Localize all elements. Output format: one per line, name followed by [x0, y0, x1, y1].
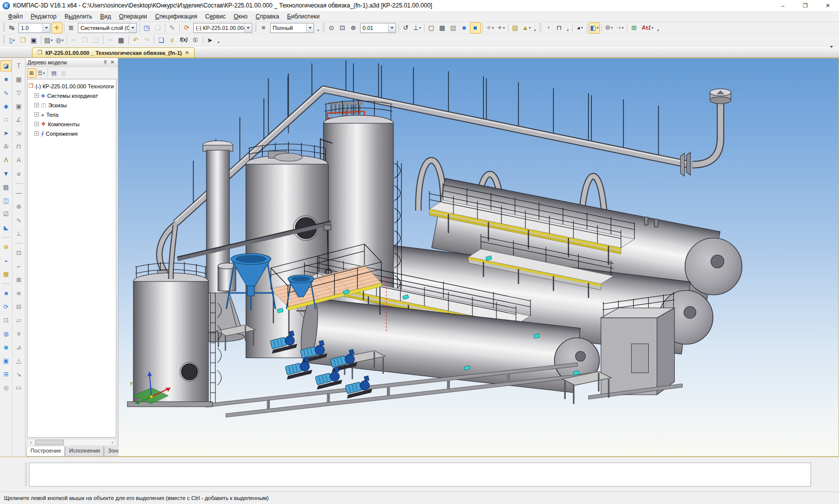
tab-close-icon[interactable]: ✕: [185, 50, 189, 55]
compass-icon[interactable]: Λ: [0, 155, 11, 166]
coordinate-axes-icon[interactable]: ◎: [0, 382, 11, 393]
layer-combo[interactable]: Системный слой (0): [78, 23, 137, 33]
menu-item[interactable]: Справка: [252, 12, 283, 21]
quick-display-icon[interactable]: ▲▾: [521, 22, 532, 33]
rect-region-icon[interactable]: ⊡: [13, 248, 24, 258]
expand-icon[interactable]: +: [34, 122, 39, 126]
add-component-icon[interactable]: ⊕: [0, 242, 11, 252]
sketch-check-icon[interactable]: ✎: [167, 22, 178, 33]
expand-icon[interactable]: +: [34, 112, 39, 117]
combo-arrow-icon[interactable]: [244, 23, 252, 32]
clip-display-icon[interactable]: ☸▾: [603, 22, 614, 33]
menu-item[interactable]: Спецификация: [151, 12, 201, 21]
rotate-view-icon[interactable]: ↺: [401, 22, 412, 33]
snap-settings-icon[interactable]: ↹: [6, 22, 17, 33]
scroll-right-icon[interactable]: ›: [109, 439, 116, 446]
toolbar-overflow-icon[interactable]: ▾: [216, 34, 222, 45]
menu-item[interactable]: Окно: [230, 12, 252, 21]
variables-icon[interactable]: #: [167, 34, 178, 45]
corner-trim-icon[interactable]: ⌐: [13, 261, 24, 272]
wireframe-view-icon[interactable]: ▢: [426, 22, 437, 33]
tree-item[interactable]: + ∮ Сопряжения: [28, 129, 115, 138]
hidden-lines-view-icon[interactable]: ▩: [437, 22, 448, 33]
new-document-icon[interactable]: ▯▾: [6, 34, 17, 45]
menu-item[interactable]: Библиотеки: [283, 12, 324, 21]
spline-icon[interactable]: ∿: [0, 87, 11, 98]
context-help-icon[interactable]: ➤: [205, 34, 216, 45]
combo-arrow-icon[interactable]: [42, 23, 50, 32]
diameter-dimension-icon[interactable]: ⌀: [13, 168, 24, 179]
fence-icon[interactable]: ⊓: [13, 141, 24, 152]
tree-item[interactable]: + ◈ Системы координат: [28, 91, 115, 100]
tolerance-dimension-icon[interactable]: A±1▾: [640, 22, 655, 33]
paste-icon[interactable]: ❑: [90, 34, 101, 45]
local-frame-icon[interactable]: ◳: [141, 22, 152, 33]
edit-part-icon[interactable]: ◪: [0, 60, 11, 71]
combo-arrow-icon[interactable]: [388, 23, 396, 32]
text-tool-icon[interactable]: T: [13, 60, 24, 71]
arrow-select-icon[interactable]: ➤: [0, 128, 11, 139]
orbit-icon[interactable]: ◔: [543, 22, 554, 33]
tab-list-dropdown-icon[interactable]: [830, 48, 833, 55]
menu-item[interactable]: Файл: [4, 12, 27, 21]
cross-region-icon[interactable]: ⊠: [13, 274, 24, 285]
rectangle-tool-icon[interactable]: ▭: [13, 382, 24, 393]
menu-item[interactable]: Выделить: [60, 12, 96, 21]
tree-composition-icon[interactable]: ☰▾: [36, 68, 46, 78]
panel-grip[interactable]: [25, 463, 27, 486]
collision-icon[interactable]: ◍: [0, 328, 11, 339]
slot-icon[interactable]: ⊟: [13, 301, 24, 312]
scrollbar-thumb[interactable]: [35, 440, 64, 445]
report-book-icon[interactable]: ▤: [0, 182, 11, 193]
format-painter-icon[interactable]: ✑: [105, 34, 116, 45]
corner-icon[interactable]: ◣: [0, 222, 11, 233]
line-icon[interactable]: —: [13, 188, 24, 199]
toolbar-overflow-icon[interactable]: ▾: [532, 22, 538, 33]
spec-edit-icon[interactable]: ⊞: [0, 369, 11, 380]
toolbar-overflow-icon[interactable]: ▾: [655, 22, 661, 33]
letter-dimension-icon[interactable]: A: [13, 155, 24, 166]
move-cube-icon[interactable]: ■: [0, 288, 11, 299]
outline-triangle-icon[interactable]: △: [13, 355, 24, 366]
hatch-icon[interactable]: ≋: [13, 288, 24, 299]
attach-icon[interactable]: ✇: [0, 141, 11, 152]
solid-view-icon[interactable]: ■: [459, 22, 470, 33]
triangle-icon[interactable]: ⊿: [13, 342, 24, 353]
orientation-icon[interactable]: ⊥▾: [412, 22, 422, 33]
window-manager-icon[interactable]: ❏: [156, 34, 167, 45]
expand-icon[interactable]: +: [34, 103, 39, 107]
diagonal-arrow-icon[interactable]: ↘: [13, 369, 24, 380]
center-mark-icon[interactable]: ⊕: [13, 201, 24, 212]
rebuild-icon[interactable]: ⟳: [181, 22, 192, 33]
preview-icon[interactable]: ◎▾: [54, 34, 65, 45]
angle-dimension-icon[interactable]: ∠: [13, 114, 24, 125]
menu-item[interactable]: Вид: [96, 12, 115, 21]
minimize-button[interactable]: –: [772, 0, 794, 11]
shaded-view-icon[interactable]: ■: [470, 22, 481, 33]
parallelogram-icon[interactable]: ▱: [13, 315, 24, 326]
array-icon[interactable]: ▦: [0, 268, 11, 279]
redo-icon[interactable]: ↷: [141, 34, 152, 45]
tree-horizontal-scrollbar[interactable]: ‹ ›: [27, 439, 116, 446]
3d-viewport[interactable]: Y: [118, 58, 839, 457]
tree-report-icon[interactable]: ▤: [49, 68, 59, 78]
tab-postroenie[interactable]: Построение: [26, 447, 65, 457]
menu-item[interactable]: Сервис: [201, 12, 230, 21]
current-part-combo[interactable]: (-) КР-225.01.00.00(: [193, 23, 252, 33]
combo-arrow-icon[interactable]: [306, 23, 314, 32]
surface-icon[interactable]: ◆: [0, 101, 11, 112]
detail-level-combo[interactable]: Полный: [270, 23, 314, 33]
menu-item[interactable]: Операции: [115, 12, 151, 21]
numbering-icon[interactable]: ①: [190, 34, 201, 45]
scale-combo[interactable]: 1.0: [18, 23, 50, 33]
points-array-icon[interactable]: ∷: [0, 114, 11, 125]
menu-item[interactable]: Редактор: [27, 12, 61, 21]
frame-a-icon[interactable]: ▣: [13, 101, 24, 112]
print-icon[interactable]: ▤▾: [43, 34, 54, 45]
filter-icon[interactable]: ▼: [0, 168, 11, 179]
tree-addons-icon[interactable]: ▥: [59, 68, 68, 78]
scroll-left-icon[interactable]: ‹: [27, 439, 34, 446]
tree-root-item[interactable]: ❒ (-) КР-225.01.00.000 Технологи: [28, 81, 115, 91]
lock-icon[interactable]: ◙: [0, 342, 11, 353]
frame-icon[interactable]: ◫: [0, 195, 11, 206]
